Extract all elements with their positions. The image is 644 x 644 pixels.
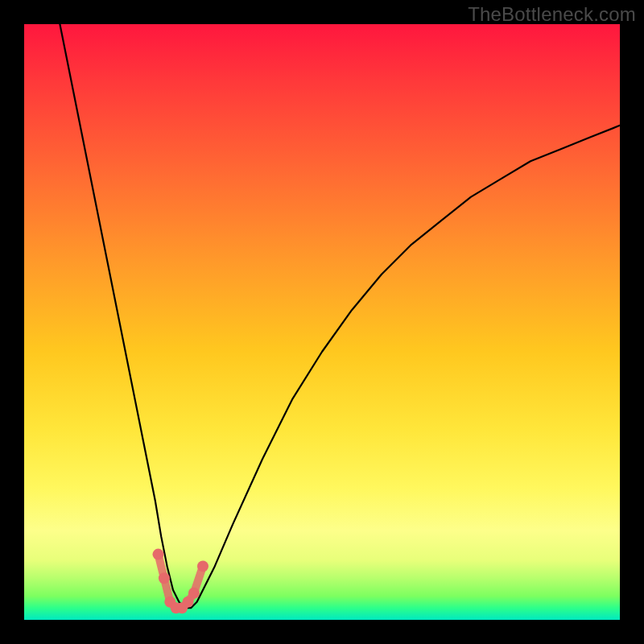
chart-frame: TheBottleneck.com [0, 0, 644, 644]
bottleneck-curve-path [60, 24, 620, 608]
marker-layer [153, 549, 209, 614]
highlight-marker [153, 549, 164, 560]
curve-layer [60, 24, 620, 608]
curve-svg [24, 24, 620, 620]
highlight-marker [197, 560, 208, 572]
watermark-text: TheBottleneck.com [468, 3, 636, 26]
highlight-marker [159, 572, 170, 584]
plot-area [24, 24, 620, 620]
highlight-marker [188, 588, 200, 599]
